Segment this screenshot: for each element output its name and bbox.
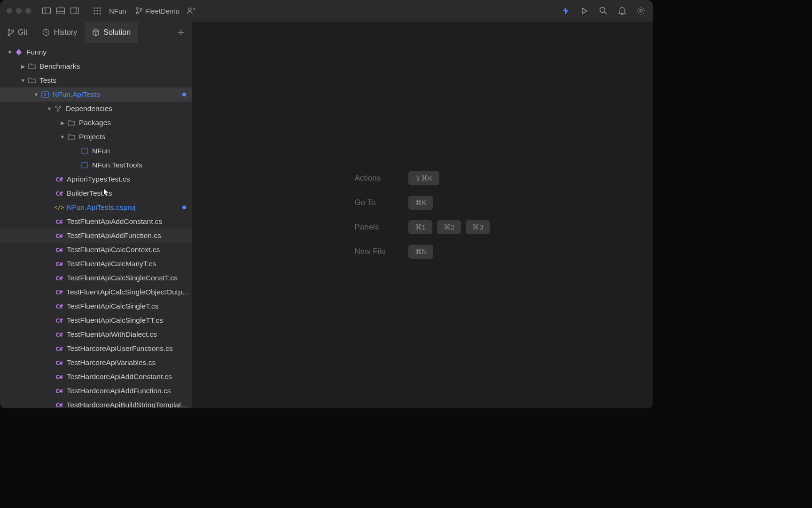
key-hint: ⌘3: [466, 220, 490, 234]
add-collaborator-icon[interactable]: [186, 6, 196, 16]
tree-file[interactable]: C# TestHardcoreApiBuildStringTemplate.cs: [0, 398, 192, 408]
tab-history[interactable]: History: [35, 22, 85, 43]
tree-label: NFun.ApiTests: [53, 90, 100, 99]
hint-panels-label: Panels: [354, 222, 385, 232]
csharp-file-icon: C#: [55, 373, 64, 381]
key-hint: ⌘2: [437, 220, 461, 234]
key-hint: ⌘N: [408, 245, 434, 259]
svg-text:#: #: [44, 93, 47, 97]
tree-label: Dependencies: [66, 104, 112, 113]
tree-folder-tests[interactable]: ▼ Tests: [0, 73, 192, 87]
tree-label: BuilderTest.cs: [67, 189, 112, 198]
tree-file[interactable]: C# TestHarcoreApiVariables.cs: [0, 356, 192, 370]
tree-file[interactable]: C# TestFluentApiAddFunction.cs: [0, 229, 192, 243]
notifications-icon[interactable]: [617, 6, 627, 16]
settings-icon[interactable]: [636, 6, 646, 16]
csharp-file-icon: C#: [55, 246, 64, 254]
sidebar-tabs: Git History Solution: [0, 22, 192, 43]
panel-bottom-icon[interactable]: [55, 6, 66, 16]
tree-label: TestHardcoreApiAddConstant.cs: [67, 373, 172, 381]
tree-file[interactable]: C# TestFluentApiWithDialect.cs: [0, 327, 192, 341]
tree-file[interactable]: C# TestFluentApiCalcContext.cs: [0, 243, 192, 257]
csharp-file-icon: C#: [55, 190, 64, 197]
svg-point-12: [94, 13, 95, 15]
modified-indicator-icon: [182, 206, 186, 209]
tab-git-label: Git: [18, 28, 27, 37]
smart-mode-icon[interactable]: [561, 6, 571, 16]
tree-file[interactable]: C# TestHardcoreApiAddFunction.cs: [0, 384, 192, 398]
tree-file[interactable]: C# TestFluentApiAddConstant.cs: [0, 214, 192, 229]
panel-right-icon[interactable]: [70, 6, 80, 16]
projects-folder-icon: [67, 134, 76, 140]
tree-file[interactable]: C# TestFluentApiCalcSingleObjectOutput.c…: [0, 285, 192, 299]
apps-grid-icon[interactable]: [92, 6, 102, 16]
svg-point-17: [140, 8, 142, 10]
csharp-file-icon: C#: [55, 345, 64, 352]
tree-label: TestHarcoreApiVariables.cs: [67, 358, 156, 367]
tree-label: Projects: [79, 133, 105, 141]
tree-project-apitests[interactable]: ▼ # NFun.ApiTests: [0, 87, 192, 102]
tree-project-ref-testtools[interactable]: NFun.TestTools: [0, 158, 192, 172]
svg-rect-35: [82, 148, 87, 154]
chevron-right-icon: ▶: [19, 64, 27, 70]
hint-goto-label: Go To: [354, 198, 385, 207]
csharp-file-icon: C#: [55, 261, 64, 268]
csharp-project-icon: #: [40, 91, 50, 98]
project-name[interactable]: NFun: [106, 7, 129, 15]
tree-file[interactable]: C# TestFluentApiCalcManyT.cs: [0, 257, 192, 271]
svg-point-32: [55, 106, 57, 108]
project-ref-icon: [80, 162, 89, 168]
chevron-down-icon: ▼: [58, 134, 67, 140]
svg-point-21: [600, 8, 605, 13]
maximize-window-icon[interactable]: [25, 8, 31, 14]
tree-file[interactable]: C# TestFluentApiCalcSingleConstT.cs: [0, 271, 192, 285]
tab-solution-label: Solution: [103, 28, 131, 37]
tree-projects-folder[interactable]: ▼ Projects: [0, 130, 192, 144]
tree-label: TestFluentApiCalcSingleObjectOutput.cs: [66, 288, 192, 296]
tree-label: TestHarcoreApiUserFunctions.cs: [67, 344, 173, 353]
traffic-lights[interactable]: [7, 8, 31, 14]
tree-file[interactable]: C# TestFluentApiCalcSingleTT.cs: [0, 313, 192, 327]
tab-solution[interactable]: Solution: [85, 22, 138, 43]
tree-project-ref-nfun[interactable]: NFun: [0, 144, 192, 158]
package-folder-icon: [67, 119, 76, 126]
run-icon[interactable]: [579, 6, 590, 16]
tree-label: NFun.TestTools: [92, 161, 142, 169]
tree-file[interactable]: C# TestFluentApiCalcSingleT.cs: [0, 299, 192, 313]
tree-packages[interactable]: ▶ Packages: [0, 116, 192, 130]
minimize-window-icon[interactable]: [16, 8, 22, 14]
tree-file-csproj[interactable]: </> NFun.ApiTests.csproj: [0, 200, 192, 214]
solution-tree: ▼ Funny ▶ Benchmarks ▼ Tests ▼ #: [0, 43, 192, 408]
branch-name: FleetDemo: [145, 7, 180, 15]
svg-rect-0: [43, 8, 51, 14]
svg-point-13: [97, 13, 98, 15]
tree-file[interactable]: C# BuilderTest.cs: [0, 186, 192, 200]
tree-label: TestFluentApiCalcSingleT.cs: [67, 302, 159, 310]
solution-icon: [14, 48, 23, 56]
branch-selector[interactable]: FleetDemo: [133, 7, 182, 15]
tree-file[interactable]: C# TestHarcoreApiUserFunctions.cs: [0, 341, 192, 356]
svg-point-34: [57, 110, 59, 111]
tree-label: Funny: [26, 48, 47, 56]
svg-point-10: [97, 10, 98, 12]
panel-left-icon[interactable]: [41, 6, 52, 16]
svg-rect-4: [71, 8, 79, 14]
sidebar: Git History Solution ▼ Funny: [0, 22, 192, 408]
svg-point-15: [136, 8, 138, 9]
svg-point-7: [97, 8, 98, 9]
svg-point-33: [59, 106, 61, 108]
tree-folder-benchmarks[interactable]: ▶ Benchmarks: [0, 59, 192, 73]
titlebar: NFun FleetDemo: [0, 0, 653, 22]
add-tab-button[interactable]: [170, 22, 192, 43]
key-hint: ⌘1: [408, 220, 432, 234]
tab-git[interactable]: Git: [0, 22, 35, 43]
csharp-file-icon: C#: [55, 275, 64, 282]
xml-file-icon: </>: [55, 204, 64, 211]
tree-file[interactable]: C# TestHardcoreApiAddConstant.cs: [0, 370, 192, 384]
tree-root[interactable]: ▼ Funny: [0, 45, 192, 59]
csharp-file-icon: C#: [55, 303, 64, 310]
close-window-icon[interactable]: [7, 8, 12, 14]
tree-dependencies[interactable]: ▼ Dependencies: [0, 102, 192, 116]
search-icon[interactable]: [598, 6, 609, 16]
tree-file[interactable]: C# AprioriTypesTest.cs: [0, 172, 192, 186]
